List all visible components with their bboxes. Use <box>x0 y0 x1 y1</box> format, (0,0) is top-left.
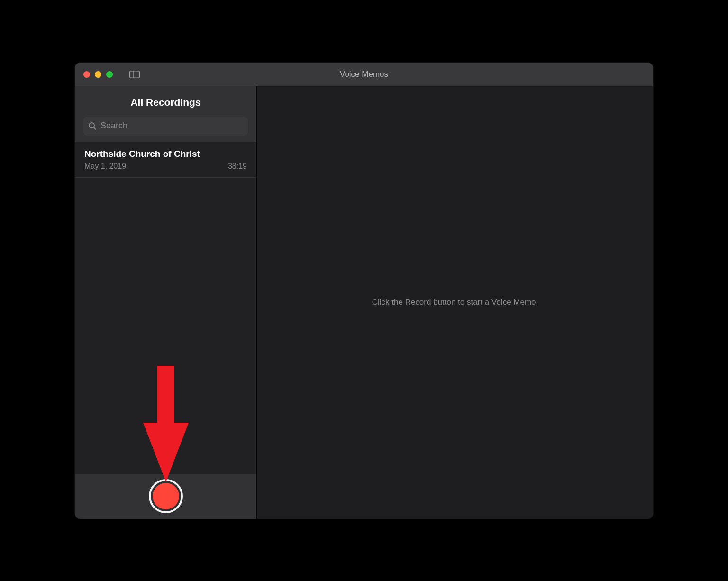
empty-state-text: Click the Record button to start a Voice… <box>372 298 538 307</box>
main-pane: Click the Record button to start a Voice… <box>257 86 653 519</box>
recordings-list[interactable]: Northside Church of Christ May 1, 2019 3… <box>75 142 256 474</box>
recording-date: May 1, 2019 <box>84 162 126 171</box>
close-window-button[interactable] <box>83 71 90 78</box>
content-area: All Recordings Northside Church of Chris… <box>75 86 653 519</box>
minimize-window-button[interactable] <box>95 71 101 78</box>
toggle-sidebar-button[interactable] <box>129 70 140 79</box>
app-window: Voice Memos All Recordings Northside Chu… <box>75 63 653 519</box>
search-field[interactable] <box>83 117 248 136</box>
search-input[interactable] <box>100 121 243 131</box>
traffic-lights <box>83 71 113 78</box>
recording-duration: 38:19 <box>228 162 247 171</box>
recording-title: Northside Church of Christ <box>84 149 247 159</box>
maximize-window-button[interactable] <box>106 71 113 78</box>
titlebar[interactable]: Voice Memos <box>75 63 653 86</box>
svg-rect-0 <box>130 71 140 78</box>
sidebar-heading: All Recordings <box>75 86 256 117</box>
sidebar: All Recordings Northside Church of Chris… <box>75 86 257 519</box>
search-icon <box>88 122 97 130</box>
search-container <box>75 117 256 142</box>
recording-meta: May 1, 2019 38:19 <box>84 162 247 171</box>
recording-item[interactable]: Northside Church of Christ May 1, 2019 3… <box>75 142 256 178</box>
record-button[interactable] <box>149 479 183 513</box>
record-bar <box>75 474 256 519</box>
sidebar-icon <box>129 71 140 78</box>
svg-line-3 <box>94 127 96 129</box>
record-icon <box>153 483 179 509</box>
window-title: Voice Memos <box>340 70 388 79</box>
